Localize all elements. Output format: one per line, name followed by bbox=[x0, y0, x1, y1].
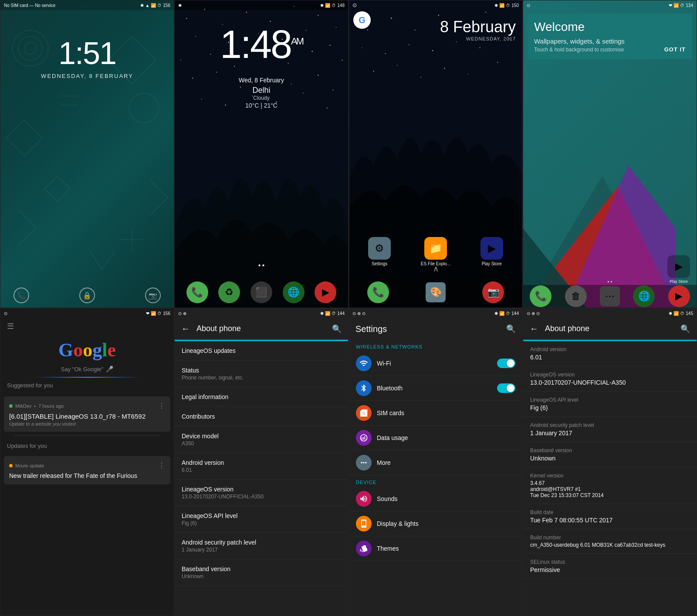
screen7-more-item[interactable]: More bbox=[349, 450, 522, 475]
screen2-weather-desc: Cloudy bbox=[175, 95, 348, 101]
screen2-dock: 📞 ♻ ⬛ 🌐 ▶ bbox=[175, 281, 348, 303]
screen2-apps-app[interactable]: ⬛ bbox=[250, 281, 272, 303]
screen6-item-android-version-value: 6.01 bbox=[182, 467, 341, 473]
screen5-ok-google[interactable]: Say "Ok Google" 🎤 bbox=[0, 363, 174, 377]
screen5-notif1-subtitle: Update to a website you visited bbox=[9, 421, 165, 426]
svg-point-9 bbox=[246, 12, 247, 13]
screen8-selinux-item[interactable]: SELinux status Permissive bbox=[523, 554, 697, 579]
screen6-item-lineageos-api[interactable]: LineageOS API level Fig (6) bbox=[175, 506, 348, 533]
screen3-esfile-app[interactable]: 📁 ES File Explo... bbox=[421, 237, 450, 266]
screen5-updates-header: Updates for you bbox=[0, 439, 174, 453]
svg-point-44 bbox=[438, 15, 439, 16]
screen3-settings-app[interactable]: ⚙ Settings bbox=[368, 237, 391, 266]
screen1-statusbar: No SIM card — No service ✱ ▲ 📶 ⏱ 156 bbox=[0, 0, 174, 10]
screen5-notif2-menu-icon[interactable]: ⋮ bbox=[158, 461, 165, 470]
screen1-lockscreen: No SIM card — No service ✱ ▲ 📶 ⏱ 156 1:5… bbox=[0, 0, 174, 308]
screen8-kernel-item[interactable]: Kernel version 3.4.67 android@HTSVR7 #1 … bbox=[523, 467, 697, 504]
screen6-item-lineageos-updates[interactable]: LineageOS updates bbox=[175, 341, 348, 361]
screen6-item-android-version-label: Android version bbox=[182, 459, 341, 466]
screen6-search-button[interactable]: 🔍 bbox=[332, 324, 342, 334]
screen8-baseband-item[interactable]: Baseband version Unknown bbox=[523, 442, 697, 467]
screen3-settings-icon[interactable]: ⚙ bbox=[368, 237, 391, 260]
screen2-weather: Wed, 8 February Delhi Cloudy 10°C | 21°C bbox=[175, 77, 348, 109]
screen3-app-drawer-chevron[interactable]: ∧ bbox=[349, 264, 522, 274]
screen7-more-label: More bbox=[377, 459, 515, 466]
screen4-browser-dock[interactable]: 🌐 bbox=[633, 285, 655, 307]
screen5-menu-button[interactable]: ☰ bbox=[0, 318, 174, 335]
screen1-camera-icon[interactable]: 📷 bbox=[145, 288, 161, 303]
screen3-esfile-icon[interactable]: 📁 bbox=[424, 237, 447, 260]
screen2-youtube-app[interactable]: ▶ bbox=[315, 281, 336, 303]
screen7-sounds-item[interactable]: Sounds bbox=[349, 487, 522, 511]
screen6-back-button[interactable]: ← bbox=[181, 324, 190, 334]
screen4-welcome-sub: Wallpapers, widgets, & settings bbox=[534, 37, 686, 45]
screen3-playstore-app[interactable]: ▶ Play Store bbox=[480, 237, 503, 266]
screen7-display-label: Display & lights bbox=[377, 520, 515, 527]
screen4-status-icons: ❤ 📶 ⏱ 134 bbox=[669, 3, 693, 8]
screen1-lock-icon[interactable]: 🔒 bbox=[79, 288, 95, 303]
screen6-item-device-model[interactable]: Device model A350 bbox=[175, 426, 348, 453]
screen8-android-version-value: 6.01 bbox=[530, 354, 690, 361]
svg-point-56 bbox=[397, 65, 398, 66]
screen8-lineageos-version-item[interactable]: LineageOS version 13.0-20170207-UNOFFICI… bbox=[523, 366, 697, 392]
screen8-back-button[interactable]: ← bbox=[530, 324, 538, 334]
screen2-recycle-app[interactable]: ♻ bbox=[218, 281, 240, 303]
screen1-status-left: No SIM card — No service bbox=[4, 3, 55, 8]
screen6-statusbar: ⊙ ⊕ ✱ 📶 ⏱ 144 bbox=[175, 308, 348, 318]
screen8-lineageos-version-label: LineageOS version bbox=[530, 372, 690, 378]
screen6-item-android-version[interactable]: Android version 6.01 bbox=[175, 453, 348, 480]
screen2-status-icons: ✱ 📶 ⏱ 148 bbox=[320, 3, 345, 8]
screen8-search-button[interactable]: 🔍 bbox=[680, 324, 690, 334]
screen4-phone-dock[interactable]: 📞 bbox=[530, 285, 552, 307]
screen7-bluetooth-item[interactable]: Bluetooth bbox=[349, 376, 522, 401]
screen4-statusbar: ⊙ ❤ 📶 ⏱ 134 bbox=[523, 0, 697, 10]
screen5-green-dot bbox=[9, 404, 13, 408]
screen4-got-it-button[interactable]: GOT IT bbox=[664, 46, 686, 53]
screen7-wifi-toggle[interactable] bbox=[497, 359, 515, 368]
screen7-wifi-label: Wi-Fi bbox=[377, 360, 497, 367]
screen2-phone-app[interactable]: 📞 bbox=[186, 281, 208, 303]
screen4-youtube-dock[interactable]: ▶ bbox=[668, 285, 690, 307]
screen4-apps-dock[interactable]: ⋯ bbox=[600, 286, 620, 306]
screen5-notif1-menu-icon[interactable]: ⋮ bbox=[158, 402, 165, 410]
screen3-playstore-icon[interactable]: ▶ bbox=[480, 237, 503, 260]
screen2-browser-app[interactable]: 🌐 bbox=[283, 281, 305, 303]
screen7-wifi-icon bbox=[356, 355, 372, 371]
screen7-status-icons: ✱ 📶 ⏱ 144 bbox=[494, 311, 519, 316]
screen3-palette-app[interactable]: 🎨 bbox=[426, 282, 446, 302]
svg-point-41 bbox=[367, 30, 368, 30]
screen3-date: 8 February WEDNESDAY, 2017 bbox=[440, 18, 516, 41]
screen3-phone-dock[interactable]: 📞 bbox=[367, 281, 389, 303]
screen3-google-button[interactable]: G bbox=[353, 11, 371, 29]
screen3-google-g[interactable]: G bbox=[353, 11, 371, 29]
screen7-datausage-item[interactable]: Data usage bbox=[349, 426, 522, 450]
screen6-item-contributors[interactable]: Contributors bbox=[175, 407, 348, 426]
screen8-build-date-item[interactable]: Build date Tue Feb 7 08:00:55 UTC 2017 bbox=[523, 504, 697, 529]
screen4-playstore-box[interactable]: ▶ bbox=[667, 255, 690, 278]
screen5-notif2-header: Movie update ⋮ bbox=[9, 461, 165, 470]
screen7-simcards-item[interactable]: SIM cards bbox=[349, 401, 522, 426]
screen6-item-legal[interactable]: Legal information bbox=[175, 387, 348, 407]
screen5-notif2-title: New trailer released for The Fate of the… bbox=[9, 472, 165, 479]
screen3-camera-dock[interactable]: 📷 bbox=[482, 281, 504, 303]
screen1-phone-icon[interactable]: 📞 bbox=[14, 288, 29, 303]
screen6-item-lineageos-api-label: LineageOS API level bbox=[182, 512, 341, 519]
screen7-display-item[interactable]: Display & lights bbox=[349, 511, 522, 536]
screen6-item-status[interactable]: Status Phone number, signal, etc. bbox=[175, 361, 348, 387]
screen8-security-patch-item[interactable]: Android security patch level 1 January 2… bbox=[523, 417, 697, 442]
screen8-build-number-item[interactable]: Build number cm_A350-userdebug 6.01 MOB3… bbox=[523, 529, 697, 554]
screen7-datausage-icon bbox=[356, 430, 372, 446]
screen6-item-security-patch[interactable]: Android security patch level 1 January 2… bbox=[175, 533, 348, 559]
screen7-bluetooth-toggle[interactable] bbox=[497, 383, 515, 393]
screen4-trash-dock[interactable]: 🗑 bbox=[565, 285, 587, 307]
screen8-api-level-item[interactable]: LineageOS API level Fig (6) bbox=[523, 392, 697, 417]
screen7-title: Settings bbox=[355, 324, 506, 334]
screen6-item-lineageos-version[interactable]: LineageOS version 13.0-20170207-UNOFFICI… bbox=[175, 480, 348, 506]
screen7-themes-item[interactable]: Themes bbox=[349, 536, 522, 561]
screen7-search-button[interactable]: 🔍 bbox=[506, 324, 516, 334]
screen8-android-version-item[interactable]: Android version 6.01 bbox=[523, 341, 697, 366]
screen6-item-device-model-label: Device model bbox=[182, 433, 341, 440]
screen7-wifi-item[interactable]: Wi-Fi bbox=[349, 351, 522, 376]
screen8-status-icons: ✱ 📶 ⏱ 145 bbox=[669, 311, 693, 316]
screen6-item-baseband[interactable]: Baseband version Unknown bbox=[175, 559, 348, 586]
